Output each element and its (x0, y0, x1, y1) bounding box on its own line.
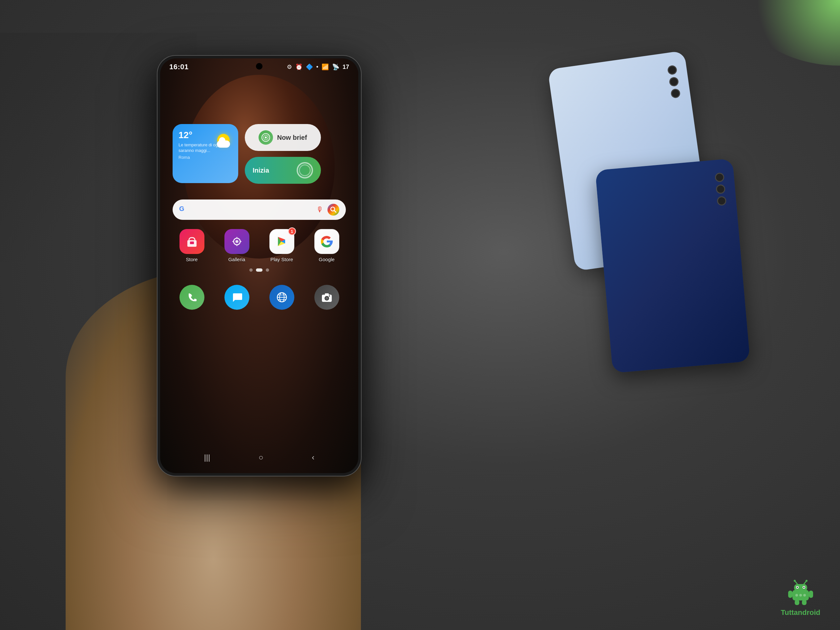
dock-internet-icon[interactable] (269, 285, 294, 310)
dot-icon: • (316, 64, 318, 71)
playstore-icon[interactable]: 1 (269, 229, 294, 254)
store-icon[interactable] (180, 229, 204, 254)
svg-point-35 (794, 580, 796, 582)
svg-point-42 (795, 594, 798, 597)
dock-camera-wrap[interactable] (314, 285, 339, 310)
watermark-text-wrap: Tuttandroid (781, 608, 820, 617)
weather-icon (212, 131, 232, 150)
camera-module-dark (715, 172, 727, 206)
app-playstore-wrap[interactable]: 1 Play Store (269, 229, 294, 262)
app-store-wrap[interactable]: Store (180, 229, 204, 262)
watermark-android: android (794, 608, 820, 617)
inizia-label: Inizia (253, 167, 269, 174)
galleria-icon[interactable] (224, 229, 249, 254)
camera-svg (320, 291, 333, 304)
weather-city: Roma (178, 155, 232, 160)
signal-icon: 📡 (332, 63, 339, 71)
camera-lens-4 (715, 172, 725, 182)
dock-messages-icon[interactable] (224, 285, 249, 310)
home-button[interactable]: ○ (259, 453, 264, 462)
battery-level: 17 (343, 64, 349, 71)
google-svg (320, 235, 333, 248)
galleria-label: Galleria (228, 257, 245, 262)
app-galleria-wrap[interactable]: Galleria (224, 229, 249, 262)
svg-rect-38 (788, 591, 793, 598)
phone-svg (185, 291, 199, 304)
now-brief-label: Now brief (277, 134, 307, 141)
svg-point-37 (805, 580, 807, 582)
google-label: Google (319, 257, 334, 262)
camera-lens-2 (669, 76, 679, 87)
page-indicators (249, 268, 269, 272)
inizia-spiral-icon (297, 162, 313, 178)
svg-point-33 (803, 587, 805, 588)
camera-lens-1 (667, 65, 677, 76)
galleria-svg (230, 234, 244, 249)
inizia-widget[interactable]: Inizia (245, 157, 321, 184)
dock-phone-icon[interactable] (180, 285, 204, 310)
playstore-label: Play Store (270, 257, 293, 262)
settings-icon: ⚙ (287, 63, 292, 71)
dock-internet-wrap[interactable] (269, 285, 294, 310)
camera-module-light (667, 65, 681, 99)
now-brief-icon (259, 130, 273, 145)
google-lens-icon[interactable] (327, 204, 339, 216)
watermark-tutt: Tutt (781, 608, 794, 617)
svg-point-27 (329, 295, 330, 297)
svg-line-4 (334, 211, 336, 212)
watermark-label: Tuttandroid (781, 608, 820, 617)
back-button[interactable]: ‹ (312, 453, 314, 462)
status-icons: ⚙ ⏰ 🔷 • 📶 📡 17 (287, 63, 349, 71)
wifi-icon: 📶 (322, 63, 329, 71)
camera-lens-3 (670, 88, 681, 99)
recent-apps-button[interactable]: ||| (204, 453, 210, 462)
now-brief-widget[interactable]: Now brief (245, 124, 321, 151)
svg-point-43 (799, 594, 802, 597)
messages-svg (231, 291, 243, 304)
page-dot-2-active (256, 268, 262, 272)
weather-widget[interactable]: 12° Le temperature di oggi saranno maggi… (172, 124, 238, 183)
dock-camera-icon[interactable] (314, 285, 339, 310)
google-g-icon: G (179, 205, 188, 214)
phone-back-dark-blue (595, 158, 750, 373)
alarm-icon: ⏰ (295, 63, 303, 71)
page-dot-1 (249, 268, 253, 272)
android-robot-icon (788, 579, 814, 606)
svg-rect-6 (190, 242, 194, 244)
svg-rect-39 (809, 591, 813, 598)
store-label: Store (186, 257, 198, 262)
svg-point-9 (236, 241, 238, 242)
dock-messages-wrap[interactable] (224, 285, 249, 310)
playstore-svg (275, 234, 289, 249)
page-dot-3 (266, 268, 269, 272)
front-camera (256, 63, 262, 69)
svg-rect-40 (795, 600, 799, 605)
svg-rect-41 (802, 600, 807, 605)
svg-point-44 (803, 594, 806, 597)
lens-svg (330, 206, 337, 213)
microphone-icon[interactable]: 🎙 (316, 205, 324, 214)
camera-lens-6 (717, 196, 726, 206)
google-icon[interactable] (314, 229, 339, 254)
status-time: 16:01 (169, 63, 189, 71)
svg-rect-26 (325, 293, 329, 295)
svg-point-2 (265, 136, 267, 139)
svg-rect-29 (794, 584, 807, 591)
google-search-bar[interactable]: G 🎙 (172, 199, 346, 220)
now-brief-svg (261, 133, 270, 142)
svg-point-25 (325, 297, 328, 300)
internet-svg (275, 291, 289, 304)
cloud-shape (217, 141, 230, 148)
phone-screen[interactable]: 16:01 ⚙ ⏰ 🔷 • 📶 📡 17 12° Le temperature … (160, 58, 358, 473)
camera-lens-5 (716, 184, 725, 194)
nav-bar: ||| ○ ‹ (160, 448, 358, 467)
wallpaper (160, 58, 358, 473)
main-phone: 16:01 ⚙ ⏰ 🔷 • 📶 📡 17 12° Le temperature … (158, 56, 361, 476)
store-svg (185, 234, 199, 249)
bluetooth-icon: 🔷 (306, 63, 313, 71)
app-google-wrap[interactable]: Google (314, 229, 339, 262)
dock (172, 285, 346, 310)
dock-phone-wrap[interactable] (180, 285, 204, 310)
svg-point-32 (797, 587, 798, 588)
tuttandroid-watermark: Tuttandroid (781, 579, 820, 617)
